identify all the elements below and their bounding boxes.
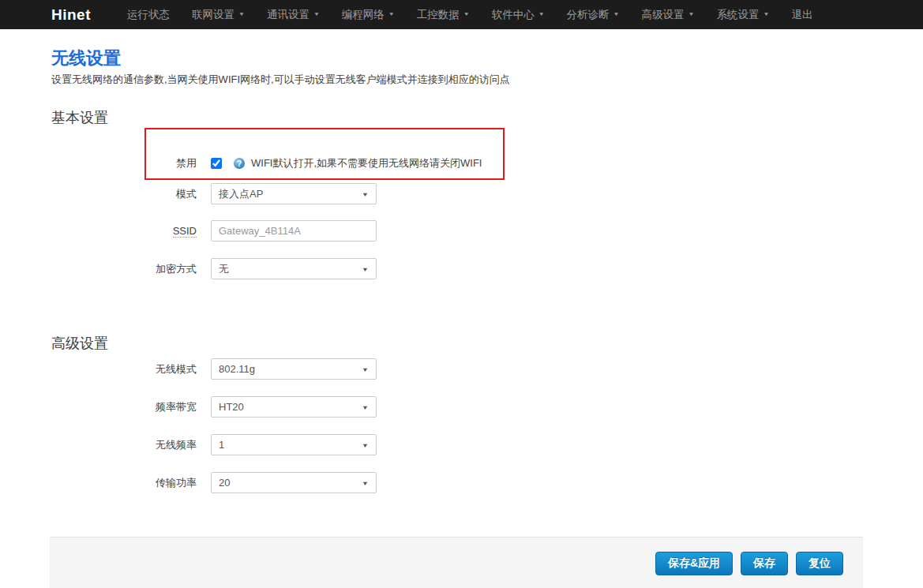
highlight-rectangle: [144, 128, 505, 180]
bandwidth-select[interactable]: HT20 ▼: [211, 396, 377, 418]
chevron-down-icon: ▼: [362, 190, 369, 197]
save-apply-button[interactable]: 保存&应用: [655, 552, 733, 575]
page-title: 无线设置: [51, 48, 863, 69]
nav-item-programming-network[interactable]: 编程网络 ▼: [331, 8, 406, 22]
channel-label: 无线频率: [51, 438, 197, 452]
form-row-mode: 模式 接入点AP ▼: [51, 183, 863, 204]
chevron-down-icon: ▼: [362, 479, 369, 486]
nav-item-software-center[interactable]: 软件中心 ▼: [481, 8, 556, 22]
chevron-down-icon: ▼: [463, 12, 470, 17]
chevron-down-icon: ▼: [362, 441, 369, 448]
form-row-bandwidth: 频率带宽 HT20 ▼: [51, 396, 863, 418]
chevron-down-icon: ▼: [238, 12, 245, 17]
nav-item-network-settings[interactable]: 联网设置 ▼: [181, 8, 256, 22]
form-row-disable: 禁用 ? WIFI默认打开,如果不需要使用无线网络请关闭WIFI: [51, 152, 863, 174]
reset-button[interactable]: 复位: [796, 552, 843, 575]
nav-item-advanced-settings[interactable]: 高级设置 ▼: [631, 8, 706, 22]
form-row-wireless-mode: 无线模式 802.11g ▼: [51, 358, 863, 380]
action-footer: 保存&应用 保存 复位: [50, 537, 863, 588]
help-icon[interactable]: ?: [234, 158, 245, 169]
encryption-select[interactable]: 无 ▼: [211, 258, 377, 279]
tx-power-select[interactable]: 20 ▼: [211, 472, 377, 493]
top-navbar: Hinet 运行状态 联网设置 ▼ 通讯设置 ▼ 编程网络 ▼ 工控数据 ▼ 软…: [0, 0, 923, 29]
form-row-channel: 无线频率 1 ▼: [51, 434, 863, 455]
page-subtitle: 设置无线网络的通信参数,当网关使用WIFI网络时,可以手动设置无线客户端模式并连…: [51, 73, 863, 85]
disable-label: 禁用: [51, 156, 197, 170]
main-content: 无线设置 设置无线网络的通信参数,当网关使用WIFI网络时,可以手动设置无线客户…: [50, 48, 863, 493]
nav-item-running-status[interactable]: 运行状态: [116, 8, 181, 22]
chevron-down-icon: ▼: [388, 12, 395, 17]
disable-checkbox[interactable]: [211, 158, 222, 169]
basic-settings-heading: 基本设置: [51, 110, 863, 125]
save-button[interactable]: 保存: [741, 552, 788, 575]
chevron-down-icon: ▼: [688, 12, 695, 17]
chevron-down-icon: ▼: [763, 12, 769, 17]
wireless-mode-select[interactable]: 802.11g ▼: [211, 358, 377, 380]
chevron-down-icon: ▼: [613, 12, 620, 17]
mode-label: 模式: [51, 187, 197, 201]
chevron-down-icon: ▼: [362, 365, 369, 373]
chevron-down-icon: ▼: [362, 265, 369, 272]
chevron-down-icon: ▼: [362, 403, 369, 410]
ssid-input[interactable]: [211, 220, 377, 242]
mode-select[interactable]: 接入点AP ▼: [211, 183, 377, 204]
form-row-encryption: 加密方式 无 ▼: [51, 258, 863, 279]
tx-power-label: 传输功率: [51, 476, 197, 490]
channel-select[interactable]: 1 ▼: [211, 434, 377, 455]
form-row-ssid: SSID: [51, 220, 863, 242]
bandwidth-label: 频率带宽: [51, 400, 197, 414]
brand-logo[interactable]: Hinet: [51, 6, 91, 24]
nav-item-comm-settings[interactable]: 通讯设置 ▼: [256, 8, 331, 22]
ssid-label: SSID: [51, 225, 197, 237]
wireless-mode-label: 无线模式: [51, 362, 197, 376]
advanced-settings-heading: 高级设置: [51, 335, 863, 351]
chevron-down-icon: ▼: [538, 12, 545, 17]
nav-item-logout[interactable]: 退出: [780, 8, 824, 22]
encryption-label: 加密方式: [51, 262, 197, 276]
chevron-down-icon: ▼: [313, 12, 320, 17]
nav-item-industrial-data[interactable]: 工控数据 ▼: [406, 8, 481, 22]
form-row-tx-power: 传输功率 20 ▼: [51, 472, 863, 493]
disable-help-text: WIFI默认打开,如果不需要使用无线网络请关闭WIFI: [251, 156, 482, 170]
nav-item-system-settings[interactable]: 系统设置 ▼: [705, 8, 780, 22]
nav-item-analysis-diagnosis[interactable]: 分析诊断 ▼: [556, 8, 631, 22]
